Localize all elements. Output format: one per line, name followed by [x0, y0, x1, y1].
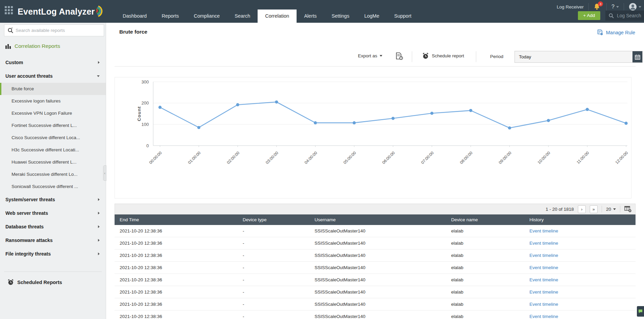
apps-grid-icon[interactable]: [5, 6, 14, 15]
feedback-tab-button[interactable]: [637, 306, 644, 317]
topbar-separator: [606, 3, 607, 11]
help-label: ?: [611, 4, 615, 10]
scheduled-reports-link[interactable]: Scheduled Reports: [7, 279, 62, 285]
nav-tab-logme[interactable]: LogMe: [357, 10, 387, 23]
page-title: Brute force: [119, 29, 147, 35]
tree-item-huawei-successive-different-l[interactable]: Huawei Successive different L...: [0, 156, 106, 168]
notification-badge: 3: [598, 1, 603, 6]
nav-tab-search[interactable]: Search: [227, 10, 258, 23]
event-timeline-link[interactable]: Event timeline: [524, 286, 636, 298]
cell-username: SSISScaleOutMaster140: [309, 298, 446, 310]
tree-item-meraki-successive-different-lo[interactable]: Meraki Successive different Lo...: [0, 168, 106, 181]
cell-end-time: 2021-10-20 12:38:36: [115, 225, 238, 237]
calendar-icon: [635, 54, 640, 60]
tree-item-fortinet-successive-different-l[interactable]: Fortinet Successive different L...: [0, 119, 106, 132]
nav-tab-compliance[interactable]: Compliance: [186, 10, 227, 23]
avatar-icon: [629, 3, 637, 11]
column-header-history[interactable]: History: [524, 214, 636, 225]
export-schedule-icon[interactable]: [396, 52, 403, 62]
count-chart-panel: 0100200300Count00:00:0001:00:0002:00:000…: [115, 77, 631, 199]
nav-tab-dashboard[interactable]: Dashboard: [115, 10, 154, 23]
export-as-dropdown[interactable]: Export as: [358, 53, 382, 58]
user-menu-button[interactable]: [629, 3, 641, 11]
period-label: Period: [490, 54, 503, 59]
app-logo-text: EventLog Analyzer: [18, 7, 95, 17]
tree-item-cisco-successive-different-loca[interactable]: Cisco Successive different Loca...: [0, 132, 106, 144]
page-size-dropdown[interactable]: 20: [606, 207, 616, 212]
schedule-report-button[interactable]: Schedule report: [422, 52, 464, 59]
event-timeline-link[interactable]: Event timeline: [524, 225, 636, 237]
cell-device-name: elalab: [446, 262, 524, 274]
log-receiver-link[interactable]: Log Receiver: [557, 4, 584, 10]
search-icon[interactable]: [4, 27, 14, 33]
tree-item-brute-force[interactable]: Brute force: [0, 83, 106, 95]
svg-text:06:00:00: 06:00:00: [381, 150, 396, 165]
last-page-button[interactable]: »: [590, 205, 598, 213]
svg-text:200: 200: [141, 100, 149, 106]
tree-group-web-server-threats[interactable]: Web server threats: [0, 206, 106, 220]
nav-tab-support[interactable]: Support: [387, 10, 419, 23]
events-table: End TimeDevice typeUsernameDevice nameHi…: [115, 214, 636, 319]
search-icon: [609, 13, 614, 18]
cell-device-name: elalab: [446, 237, 524, 249]
svg-text:09:00:00: 09:00:00: [498, 150, 512, 165]
cell-end-time: 2021-10-20 12:38:36: [115, 237, 238, 249]
tree-item-excessive-logon-failures[interactable]: Excessive logon failures: [0, 95, 106, 107]
cell-username: SSISScaleOutMaster140: [309, 274, 446, 286]
app-logo[interactable]: EventLog Analyzer: [18, 5, 108, 18]
event-timeline-link[interactable]: Event timeline: [524, 298, 636, 310]
svg-text:100: 100: [141, 122, 149, 127]
pagination-separator: [620, 206, 620, 212]
tree-item-sonicwall-successive-different[interactable]: Sonicwall Successive different ...: [0, 181, 106, 193]
tree-group-file-integrity-threats[interactable]: File integrity threats: [0, 247, 106, 261]
event-timeline-link[interactable]: Event timeline: [524, 262, 636, 274]
column-header-device-name[interactable]: Device name: [446, 214, 524, 225]
cell-username: SSISScaleOutMaster140: [309, 311, 446, 319]
column-header-device-type[interactable]: Device type: [238, 214, 309, 225]
alarm-clock-icon: [7, 279, 14, 285]
toolbar-separator: [476, 51, 476, 62]
tree-group-database-threats[interactable]: Database threats: [0, 220, 106, 233]
nav-tab-correlation[interactable]: Correlation: [258, 10, 297, 23]
notifications-button[interactable]: 3: [593, 3, 602, 11]
nav-tab-reports[interactable]: Reports: [154, 10, 186, 23]
cell-end-time: 2021-10-20 12:38:36: [115, 311, 238, 319]
report-search-input[interactable]: [14, 28, 104, 33]
add-button[interactable]: + Add: [578, 11, 600, 20]
cell-device-type: -: [238, 237, 309, 249]
tree-item-h3c-successive-different-locati[interactable]: H3c Successive different Locati...: [0, 144, 106, 156]
export-as-label: Export as: [358, 53, 377, 58]
tree-group-label: User account threats: [5, 73, 53, 79]
manage-rule-link[interactable]: Manage Rule: [597, 30, 635, 36]
event-timeline-link[interactable]: Event timeline: [524, 311, 636, 319]
topbar-separator: [588, 3, 589, 11]
column-header-end-time[interactable]: End Time: [115, 214, 238, 225]
cell-end-time: 2021-10-20 12:38:36: [115, 274, 238, 286]
event-timeline-link[interactable]: Event timeline: [524, 237, 636, 249]
period-input[interactable]: Today: [515, 51, 643, 63]
topbar-right-controls: Log Receiver 3 ?: [557, 3, 641, 11]
cell-end-time: 2021-10-20 12:38:36: [115, 286, 238, 298]
cell-device-type: -: [238, 311, 309, 319]
manage-columns-button[interactable]: [624, 206, 632, 212]
svg-text:00:00:00: 00:00:00: [148, 150, 163, 165]
tree-group-custom[interactable]: Custom: [0, 56, 106, 69]
tree-group-ransomware-attacks[interactable]: Ransomware attacks: [0, 233, 106, 247]
sidebar-collapse-handle[interactable]: ‹: [103, 165, 106, 181]
log-search-box[interactable]: Log Search: [605, 11, 644, 21]
table-body: 2021-10-20 12:38:36-SSISScaleOutMaster14…: [115, 225, 636, 319]
calendar-button[interactable]: [632, 51, 642, 62]
nav-tab-settings[interactable]: Settings: [324, 10, 357, 23]
chevron-right-icon: [98, 239, 100, 242]
nav-tab-alerts[interactable]: Alerts: [297, 10, 324, 23]
tree-group-system-server-threats[interactable]: System/server threats: [0, 193, 106, 206]
tree-item-excessive-vpn-logon-failure[interactable]: Excessive VPN Logon Failure: [0, 107, 106, 119]
event-timeline-link[interactable]: Event timeline: [524, 249, 636, 261]
event-timeline-link[interactable]: Event timeline: [524, 274, 636, 286]
tree-group-user-account-threats[interactable]: User account threats: [0, 69, 106, 83]
column-header-username[interactable]: Username: [309, 214, 446, 225]
top-bar: EventLog Analyzer DashboardReportsCompli…: [0, 0, 644, 23]
correlation-reports-header[interactable]: Correlation Reports: [5, 43, 60, 49]
help-menu-button[interactable]: ?: [611, 4, 619, 10]
next-page-button[interactable]: ›: [578, 205, 586, 213]
